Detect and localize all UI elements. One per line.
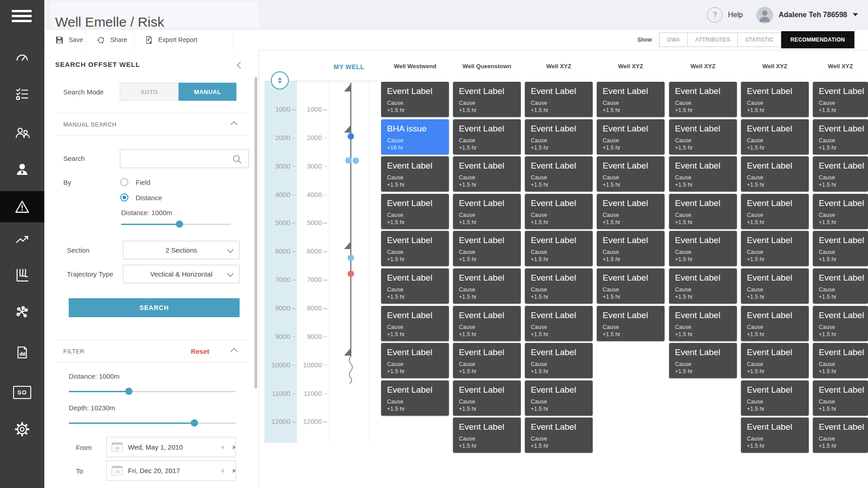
view-toggle-attributes[interactable]: ATTRIBUTES [688,33,738,47]
event-card[interactable]: Event LabelCause+1.5 hr [453,418,521,453]
slider-thumb[interactable] [125,388,132,395]
manual-mode-button[interactable]: MANUAL [179,83,236,101]
event-card-highlighted[interactable]: BHA issueCause+16 hr [381,119,449,155]
sidebar-item-report[interactable] [0,337,44,368]
from-date-picker[interactable]: 29 Wed, May 1, 2010 [106,437,236,457]
next-date-icon[interactable] [233,445,238,450]
event-card[interactable]: Event LabelCause+1.5 hr [813,268,868,304]
panel-scrollbar[interactable] [255,77,257,389]
search-button[interactable]: SEARCH [69,298,240,317]
event-card[interactable]: Event LabelCause+1.5 hr [381,156,449,192]
event-card[interactable]: Event LabelCause+1.5 hr [741,418,809,453]
sidebar-item-network[interactable] [0,297,44,328]
sidebar-item-checklist[interactable] [0,78,44,110]
event-card[interactable]: Event LabelCause+1.5 hr [381,231,449,266]
slider-thumb[interactable] [176,221,183,228]
event-card[interactable]: Event LabelCause+1.5 hr [741,82,809,117]
reset-button[interactable]: Reset [191,347,209,355]
event-card[interactable]: Event LabelCause+1.5 hr [597,156,665,192]
event-card[interactable]: Event LabelCause+1.5 hr [597,119,665,155]
event-card[interactable]: Event LabelCause+1.5 hr [741,380,809,416]
slider-thumb[interactable] [191,419,198,427]
event-card[interactable]: Event LabelCause+1.5 hr [525,306,593,341]
depth-scale-scroll-button[interactable] [271,71,289,89]
event-card[interactable]: Event LabelCause+1.5 hr [525,82,593,117]
event-card[interactable]: Event LabelCause+1.5 hr [381,343,449,378]
event-card[interactable]: Event LabelCause+1.5 hr [525,343,593,378]
radio-distance[interactable] [120,193,128,202]
event-card[interactable]: Event LabelCause+1.5 hr [453,119,521,155]
sidebar-item-trends[interactable] [0,224,44,255]
event-card[interactable]: Event LabelCause+1.5 hr [741,231,809,266]
event-card[interactable]: Event LabelCause+1.5 hr [813,343,868,378]
event-card[interactable]: Event LabelCause+1.5 hr [381,268,449,304]
event-card[interactable]: Event LabelCause+1.5 hr [669,231,737,266]
event-card[interactable]: Event LabelCause+1.5 hr [669,194,737,229]
event-card[interactable]: Event LabelCause+1.5 hr [453,231,521,266]
event-card[interactable]: Event LabelCause+1.5 hr [453,268,521,304]
radio-distance-label[interactable]: Distance [136,194,162,202]
event-card[interactable]: Event LabelCause+1.5 hr [741,306,809,341]
chevron-down-icon[interactable] [853,13,858,19]
event-card[interactable]: Event LabelCause+1.5 hr [669,343,737,378]
event-card[interactable]: Event LabelCause+1.5 hr [813,194,868,229]
event-card[interactable]: Event LabelCause+1.5 hr [381,306,449,341]
event-card[interactable]: Event LabelCause+1.5 hr [453,156,521,192]
sidebar-item-dashboard[interactable] [0,42,44,73]
event-card[interactable]: Event LabelCause+1.5 hr [525,268,593,304]
trajectory-type-select[interactable]: Vectical & Horizontal [123,265,240,283]
filter-depth-slider[interactable] [69,419,236,427]
filter-distance-slider[interactable] [69,388,236,395]
sidebar-item-risk-alerts[interactable] [0,191,44,222]
sidebar-item-settings[interactable] [0,413,44,445]
event-card[interactable]: Event LabelCause+1.5 hr [813,306,868,341]
event-card[interactable]: Event LabelCause+1.5 hr [669,119,737,155]
event-card[interactable]: Event LabelCause+1.5 hr [597,268,665,304]
event-card[interactable]: Event LabelCause+1.5 hr [813,231,868,266]
manual-search-section-header[interactable]: MANUAL SEARCH [55,113,249,136]
event-card[interactable]: Event LabelCause+1.5 hr [741,194,809,229]
event-card[interactable]: Event LabelCause+1.5 hr [813,156,868,192]
event-card[interactable]: Event LabelCause+1.5 hr [453,343,521,378]
radio-field-label[interactable]: Field [136,178,151,186]
event-card[interactable]: Event LabelCause+1.5 hr [381,194,449,229]
view-toggle-recommendation[interactable]: RECOMMENDATION [781,31,854,48]
event-card[interactable]: Event LabelCause+1.5 hr [525,418,593,453]
event-card[interactable]: Event LabelCause+1.5 hr [741,156,809,192]
event-card[interactable]: Event LabelCause+1.5 hr [813,119,868,155]
menu-icon[interactable] [12,10,32,25]
event-card[interactable]: Event LabelCause+1.5 hr [525,119,593,155]
view-toggle-owa[interactable]: OWA [659,33,688,47]
event-card[interactable]: Event LabelCause+1.5 hr [669,306,737,341]
auto-mode-button[interactable]: AUTO [120,83,179,101]
event-card[interactable]: Event LabelCause+1.5 hr [813,380,868,416]
search-input[interactable] [120,149,249,168]
event-card[interactable]: Event LabelCause+1.5 hr [453,380,521,416]
view-toggle-statistic[interactable]: STATISTIC [738,33,781,47]
event-card[interactable]: Event LabelCause+1.5 hr [669,268,737,304]
user-name[interactable]: Adalene Teh 786598 [778,11,847,19]
export-report-button[interactable]: Export Report [134,30,233,50]
event-card[interactable]: Event LabelCause+1.5 hr [453,82,521,117]
collapse-panel-button[interactable] [238,61,243,70]
sidebar-item-so-module[interactable]: SO [0,376,44,408]
event-card[interactable]: Event LabelCause+1.5 hr [813,418,868,453]
distance-slider[interactable] [121,221,231,228]
event-card[interactable]: Event LabelCause+1.5 hr [597,306,665,341]
event-card[interactable]: Event LabelCause+1.5 hr [597,82,665,117]
avatar[interactable] [756,7,773,23]
event-card[interactable]: Event LabelCause+1.5 hr [669,82,737,117]
help-label[interactable]: Help [728,11,743,19]
event-card[interactable]: Event LabelCause+1.5 hr [741,119,809,155]
sidebar-item-well-logs[interactable] [0,259,44,291]
event-card[interactable]: Event LabelCause+1.5 hr [525,231,593,266]
event-card[interactable]: Event LabelCause+1.5 hr [813,82,868,117]
sidebar-item-team[interactable] [0,117,44,149]
event-card[interactable]: Event LabelCause+1.5 hr [741,268,809,304]
event-card[interactable]: Event LabelCause+1.5 hr [669,156,737,192]
event-card[interactable]: Event LabelCause+1.5 hr [453,194,521,229]
event-card[interactable]: Event LabelCause+1.5 hr [381,82,449,117]
prev-date-icon[interactable] [218,445,224,450]
event-card[interactable]: Event LabelCause+1.5 hr [741,343,809,378]
event-card[interactable]: Event LabelCause+1.5 hr [525,194,593,229]
